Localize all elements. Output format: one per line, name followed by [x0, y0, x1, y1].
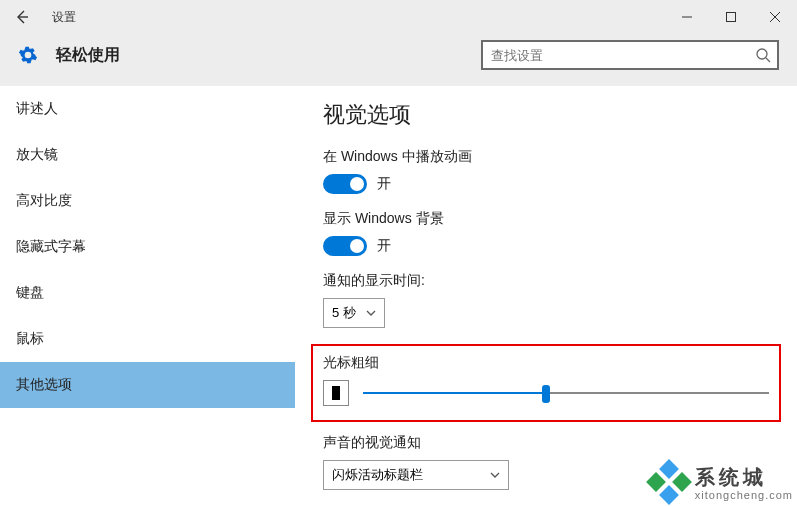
toggle-state: 开	[377, 175, 391, 193]
content: 视觉选项 在 Windows 中播放动画 开 显示 Windows 背景 开 通…	[295, 86, 797, 506]
toggle-show-background[interactable]: 开	[323, 236, 769, 256]
slider-cursor-thickness[interactable]	[363, 381, 769, 405]
slider-knob[interactable]	[542, 385, 550, 403]
watermark-domain: xitongcheng.com	[695, 489, 793, 501]
titlebar: 设置	[0, 0, 797, 34]
close-icon	[770, 12, 780, 22]
toggle-track	[323, 174, 367, 194]
window-title: 设置	[52, 9, 76, 26]
search-icon	[755, 47, 771, 63]
window-controls	[665, 0, 797, 34]
sidebar-item-high-contrast[interactable]: 高对比度	[0, 178, 295, 224]
category-title: 轻松使用	[56, 45, 120, 66]
group-show-background: 显示 Windows 背景 开	[323, 210, 769, 256]
back-button[interactable]	[8, 3, 36, 31]
toggle-track	[323, 236, 367, 256]
toggle-thumb	[350, 177, 364, 191]
sidebar: 讲述人 放大镜 高对比度 隐藏式字幕 键盘 鼠标 其他选项	[0, 86, 295, 506]
body: 讲述人 放大镜 高对比度 隐藏式字幕 键盘 鼠标 其他选项 视觉选项 在 Win…	[0, 86, 797, 506]
toggle-thumb	[350, 239, 364, 253]
maximize-button[interactable]	[709, 0, 753, 34]
watermark-logo	[649, 462, 689, 502]
chevron-down-icon	[366, 308, 376, 318]
select-sound-visual[interactable]: 闪烁活动标题栏	[323, 460, 509, 490]
select-value: 5 秒	[332, 304, 356, 322]
gear-icon	[18, 45, 38, 65]
sidebar-item-label: 放大镜	[16, 146, 58, 164]
toggle-play-animations[interactable]: 开	[323, 174, 769, 194]
header: 轻松使用	[0, 34, 797, 86]
highlight-cursor-thickness: 光标粗细	[311, 344, 781, 422]
search-input[interactable]	[491, 48, 755, 63]
chevron-down-icon	[490, 470, 500, 480]
sidebar-item-other-options[interactable]: 其他选项	[0, 362, 295, 408]
sidebar-item-label: 讲述人	[16, 100, 58, 118]
sidebar-item-label: 隐藏式字幕	[16, 238, 86, 256]
watermark-text: 系统城 xitongcheng.com	[695, 464, 793, 501]
diamond-icon	[646, 472, 666, 492]
minimize-icon	[682, 12, 692, 22]
sidebar-item-label: 高对比度	[16, 192, 72, 210]
cursor-preview-bar	[332, 386, 340, 400]
select-value: 闪烁活动标题栏	[332, 466, 423, 484]
group-play-animations: 在 Windows 中播放动画 开	[323, 148, 769, 194]
watermark-brand: 系统城	[695, 464, 793, 491]
svg-rect-1	[727, 13, 736, 22]
sidebar-item-mouse[interactable]: 鼠标	[0, 316, 295, 362]
close-button[interactable]	[753, 0, 797, 34]
maximize-icon	[726, 12, 736, 22]
cursor-thickness-row	[323, 380, 769, 406]
page-heading: 视觉选项	[323, 100, 769, 130]
slider-fill	[363, 392, 546, 394]
watermark: 系统城 xitongcheng.com	[649, 462, 793, 502]
sidebar-item-label: 键盘	[16, 284, 44, 302]
sidebar-item-closed-captions[interactable]: 隐藏式字幕	[0, 224, 295, 270]
diamond-icon	[659, 459, 679, 479]
sidebar-item-label: 其他选项	[16, 376, 72, 394]
search-box[interactable]	[481, 40, 779, 70]
diamond-icon	[659, 485, 679, 505]
minimize-button[interactable]	[665, 0, 709, 34]
svg-line-5	[766, 58, 770, 62]
cursor-preview	[323, 380, 349, 406]
label-cursor-thickness: 光标粗细	[323, 354, 769, 372]
label-notification-duration: 通知的显示时间:	[323, 272, 769, 290]
sidebar-item-keyboard[interactable]: 键盘	[0, 270, 295, 316]
label-show-background: 显示 Windows 背景	[323, 210, 769, 228]
arrow-left-icon	[14, 9, 30, 25]
svg-point-4	[757, 49, 767, 59]
sidebar-item-label: 鼠标	[16, 330, 44, 348]
label-sound-visual: 声音的视觉通知	[323, 434, 769, 452]
toggle-state: 开	[377, 237, 391, 255]
label-play-animations: 在 Windows 中播放动画	[323, 148, 769, 166]
group-notification-duration: 通知的显示时间: 5 秒	[323, 272, 769, 328]
sidebar-item-narrator[interactable]: 讲述人	[0, 86, 295, 132]
sidebar-item-magnifier[interactable]: 放大镜	[0, 132, 295, 178]
select-notification-duration[interactable]: 5 秒	[323, 298, 385, 328]
diamond-icon	[672, 472, 692, 492]
